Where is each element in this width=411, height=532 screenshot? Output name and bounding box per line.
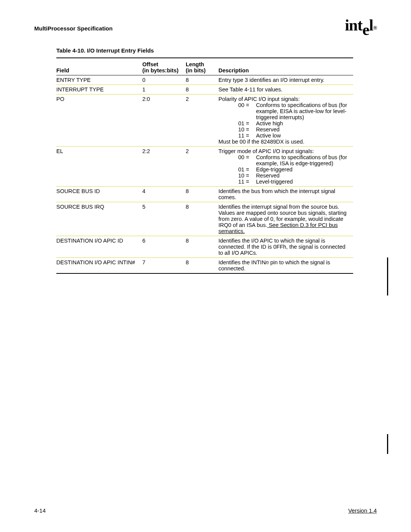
cell-description: Identifies the interrupt signal from the…	[218, 202, 353, 236]
cell-length: 8	[186, 202, 218, 236]
cell-length: 8	[186, 236, 218, 258]
cell-length: 8	[186, 258, 218, 274]
page-footer: 4-14 Version 1.4	[34, 507, 377, 514]
table-row: DESTINATION I/O APIC ID68Identifies the …	[56, 236, 353, 258]
col-header-length: Length(in bits)	[186, 58, 218, 75]
cell-field: EL	[56, 147, 142, 187]
cell-length: 2	[186, 147, 218, 187]
cell-description: Trigger mode of APIC I/O input signals:0…	[218, 147, 353, 187]
cell-length: 8	[186, 85, 218, 94]
table-row: DESTINATION I/O APIC INTIN#78Identifies …	[56, 258, 353, 274]
cell-field: INTERRUPT TYPE	[56, 85, 142, 94]
page-number: 4-14	[34, 507, 46, 514]
cell-field: ENTRY TYPE	[56, 75, 142, 85]
cell-field: SOURCE BUS ID	[56, 187, 142, 202]
cell-description: Entry type 3 identifies an I/O interrupt…	[218, 75, 353, 85]
table-row: SOURCE BUS ID48Identifies the bus from w…	[56, 187, 353, 202]
cell-length: 8	[186, 187, 218, 202]
table-row: INTERRUPT TYPE18See Table 4-11 for value…	[56, 85, 353, 94]
table-header-row: Field Offset(in bytes:bits) Length(in bi…	[56, 58, 353, 75]
page-header: MultiProcessor Specification intel®	[34, 18, 377, 37]
cell-description: Polarity of APIC I/O input signals:00 =C…	[218, 94, 353, 147]
cell-length: 2	[186, 94, 218, 147]
cell-field: DESTINATION I/O APIC ID	[56, 236, 142, 258]
table-row: EL2:22Trigger mode of APIC I/O input sig…	[56, 147, 353, 187]
cell-description: See Table 4-11 for values.	[218, 85, 353, 94]
table-caption: Table 4-10. I/O Interrupt Entry Fields	[56, 47, 377, 54]
col-header-field: Field	[56, 58, 142, 75]
cell-offset: 2:0	[142, 94, 186, 147]
table-row: ENTRY TYPE08Entry type 3 identifies an I…	[56, 75, 353, 85]
cell-offset: 5	[142, 202, 186, 236]
table-row: PO2:02Polarity of APIC I/O input signals…	[56, 94, 353, 147]
col-header-desc: Description	[218, 58, 353, 75]
page: MultiProcessor Specification intel® Tabl…	[0, 0, 411, 532]
cell-field: SOURCE BUS IRQ	[56, 202, 142, 236]
cell-field: PO	[56, 94, 142, 147]
cell-field: DESTINATION I/O APIC INTIN#	[56, 258, 142, 274]
cell-offset: 7	[142, 258, 186, 274]
cell-offset: 1	[142, 85, 186, 94]
table-row: SOURCE BUS IRQ58Identifies the interrupt…	[56, 202, 353, 236]
cell-offset: 0	[142, 75, 186, 85]
cell-description: Identifies the bus from which the interr…	[218, 187, 353, 202]
intel-logo: intel®	[345, 16, 377, 34]
version-label: Version 1.4	[348, 507, 377, 514]
revision-bar	[387, 257, 388, 296]
cell-offset: 6	[142, 236, 186, 258]
spec-title: MultiProcessor Specification	[34, 18, 113, 32]
revision-bar	[387, 434, 388, 454]
cell-offset: 2:2	[142, 147, 186, 187]
cell-description: Identifies the INTINn pin to which the s…	[218, 258, 353, 274]
fields-table: Field Offset(in bytes:bits) Length(in bi…	[56, 58, 353, 274]
cell-length: 8	[186, 75, 218, 85]
col-header-offset: Offset(in bytes:bits)	[142, 58, 186, 75]
cell-offset: 4	[142, 187, 186, 202]
cell-description: Identifies the I/O APIC to which the sig…	[218, 236, 353, 258]
